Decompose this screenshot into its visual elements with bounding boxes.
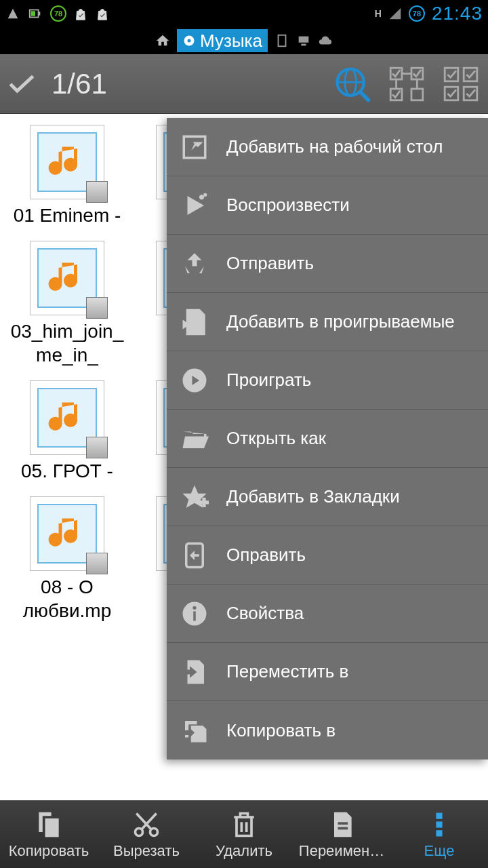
move-to-icon bbox=[180, 658, 209, 686]
cloud-tab-icon[interactable] bbox=[318, 33, 333, 48]
menu-label: Добавить на рабочий стол bbox=[226, 136, 443, 157]
copy-to-icon bbox=[180, 716, 209, 745]
svg-point-24 bbox=[199, 195, 204, 199]
file-label: 01 Eminem - bbox=[9, 203, 125, 227]
menu-label: Открыть как bbox=[226, 428, 326, 449]
bottom-label: Удалить bbox=[216, 842, 272, 860]
music-file-icon bbox=[47, 397, 87, 438]
breadcrumb-label: Музыка bbox=[200, 31, 262, 52]
svg-rect-39 bbox=[338, 827, 348, 829]
bottom-more[interactable]: Еще bbox=[390, 801, 488, 868]
confirm-selection-button[interactable] bbox=[8, 74, 35, 94]
svg-rect-42 bbox=[436, 822, 441, 827]
svg-rect-1 bbox=[39, 12, 41, 16]
music-file-icon bbox=[47, 513, 87, 554]
menu-label: Воспроизвести bbox=[226, 195, 350, 216]
menu-play-file[interactable]: Проиграть bbox=[167, 351, 488, 410]
music-disc-icon bbox=[182, 34, 196, 47]
file-item[interactable]: 01 Eminem - bbox=[9, 125, 125, 227]
menu-play[interactable]: Воспроизвести bbox=[167, 176, 488, 235]
copy-icon bbox=[34, 810, 64, 840]
selection-counter: 1/61 bbox=[52, 68, 107, 100]
web-search-button[interactable] bbox=[333, 65, 371, 103]
clock: 21:43 bbox=[432, 3, 483, 24]
svg-rect-2 bbox=[31, 11, 35, 16]
menu-open-as[interactable]: Открыть как bbox=[167, 410, 488, 468]
cut-icon bbox=[131, 810, 161, 840]
selection-toolbar: 1/61 bbox=[0, 54, 488, 114]
menu-label: Добавить в проигрываемые bbox=[226, 311, 455, 332]
bottom-label: Переимен… bbox=[299, 842, 384, 860]
bottom-copy[interactable]: Копировать bbox=[0, 801, 98, 868]
breadcrumb-active[interactable]: Музыка bbox=[177, 29, 268, 52]
status-left: 78 bbox=[5, 5, 110, 22]
svg-point-25 bbox=[203, 193, 207, 196]
rename-icon bbox=[327, 810, 357, 840]
svg-rect-41 bbox=[436, 813, 441, 818]
menu-label: Свойства bbox=[226, 603, 304, 624]
shortcut-icon bbox=[180, 133, 209, 161]
breadcrumb-bar: Музыка bbox=[0, 27, 488, 54]
svg-rect-6 bbox=[299, 37, 309, 43]
menu-move-to[interactable]: Переместить в bbox=[167, 643, 488, 701]
gallery-tab-icon[interactable] bbox=[274, 33, 289, 48]
menu-properties[interactable]: Свойства bbox=[167, 585, 488, 643]
svg-rect-28 bbox=[202, 497, 205, 507]
svg-rect-20 bbox=[464, 68, 477, 81]
context-menu: Добавить на рабочий стол Воспроизвести О… bbox=[167, 118, 488, 760]
svg-rect-15 bbox=[411, 89, 423, 100]
bookmark-add-icon bbox=[180, 483, 209, 511]
bottom-cut[interactable]: Вырезать bbox=[98, 801, 195, 868]
file-item[interactable]: 05. ГРОТ - bbox=[9, 380, 125, 483]
svg-rect-21 bbox=[445, 87, 458, 100]
menu-add-to-desktop[interactable]: Добавить на рабочий стол bbox=[167, 118, 488, 176]
menu-label: Переместить в bbox=[226, 661, 348, 682]
menu-share[interactable]: Отправить bbox=[167, 235, 488, 293]
menu-label: Отправить bbox=[226, 253, 314, 274]
bottom-rename[interactable]: Переимен… bbox=[293, 801, 390, 868]
network-type: H bbox=[375, 8, 382, 19]
home-icon[interactable] bbox=[155, 33, 170, 48]
bottom-action-bar: Копировать Вырезать Удалить Переимен… Ещ… bbox=[0, 800, 488, 868]
menu-copy-to[interactable]: Копировать в bbox=[167, 701, 488, 760]
bottom-label: Копировать bbox=[9, 842, 89, 860]
bottom-label: Вырезать bbox=[113, 842, 180, 860]
file-label: 03_him_join_me_in_ bbox=[9, 319, 125, 367]
pc-tab-icon[interactable] bbox=[296, 33, 311, 48]
send-device-icon bbox=[180, 541, 209, 570]
file-item[interactable]: 08 - О любви.mp bbox=[9, 496, 125, 623]
menu-add-bookmark[interactable]: Добавить в Закладки bbox=[167, 468, 488, 526]
play-icon bbox=[180, 191, 209, 220]
notify-icon bbox=[5, 6, 20, 21]
music-file-icon bbox=[47, 258, 87, 298]
menu-add-to-playing[interactable]: Добавить в проигрываемые bbox=[167, 293, 488, 351]
bag-icon-1 bbox=[73, 6, 88, 21]
music-file-icon bbox=[47, 142, 87, 182]
play-circle-icon bbox=[180, 366, 209, 395]
delete-icon bbox=[229, 810, 259, 840]
svg-point-32 bbox=[192, 606, 196, 609]
menu-label: Оправить bbox=[226, 545, 306, 566]
menu-label: Добавить в Закладки bbox=[226, 486, 400, 507]
menu-send[interactable]: Оправить bbox=[167, 526, 488, 585]
svg-rect-40 bbox=[338, 822, 348, 825]
status-right: H 78 21:43 bbox=[375, 3, 483, 24]
menu-label: Копировать в bbox=[226, 720, 336, 741]
svg-rect-43 bbox=[436, 831, 441, 835]
svg-rect-7 bbox=[301, 44, 306, 46]
battery-indicator-2: 78 bbox=[409, 5, 425, 22]
svg-rect-19 bbox=[445, 68, 458, 81]
file-label: 08 - О любви.mp bbox=[9, 575, 125, 623]
svg-rect-31 bbox=[193, 611, 196, 620]
info-icon bbox=[180, 599, 209, 628]
select-group-button[interactable] bbox=[388, 65, 426, 103]
menu-label: Проиграть bbox=[226, 370, 311, 391]
bottom-label: Еще bbox=[424, 842, 455, 860]
select-all-button[interactable] bbox=[442, 65, 480, 103]
file-grid-area: 01 Eminem - 01 03_him_join_me_in_ 03 05.… bbox=[0, 114, 488, 800]
svg-rect-22 bbox=[464, 87, 477, 100]
bottom-delete[interactable]: Удалить bbox=[195, 801, 293, 868]
battery-indicator-1: 78 bbox=[50, 5, 66, 22]
file-item[interactable]: 03_him_join_me_in_ bbox=[9, 241, 125, 367]
more-icon bbox=[424, 810, 454, 840]
